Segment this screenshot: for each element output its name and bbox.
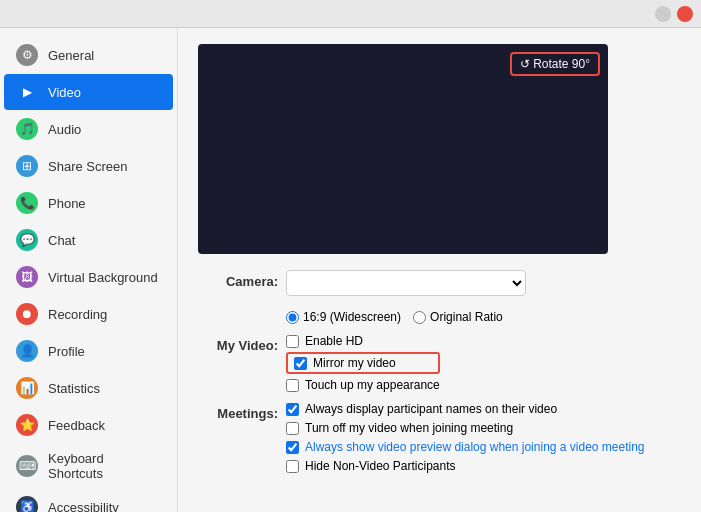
meeting-display-names[interactable]: Always display participant names on thei…: [286, 402, 645, 416]
sidebar-item-video[interactable]: ▶Video: [4, 74, 173, 110]
ratio-widescreen-radio[interactable]: [286, 311, 299, 324]
sidebar: ⚙General▶Video🎵Audio⊞Share Screen📞Phone💬…: [0, 28, 178, 512]
mirror-video-label: Mirror my video: [313, 356, 396, 370]
ratio-widescreen-label: 16:9 (Widescreen): [303, 310, 401, 324]
ratio-options: 16:9 (Widescreen) Original Ratio: [286, 310, 503, 324]
ratio-widescreen[interactable]: 16:9 (Widescreen): [286, 310, 401, 324]
sidebar-item-audio[interactable]: 🎵Audio: [4, 111, 173, 147]
ratio-original[interactable]: Original Ratio: [413, 310, 503, 324]
main-content: ⚙General▶Video🎵Audio⊞Share Screen📞Phone💬…: [0, 28, 701, 512]
window-controls: [655, 6, 693, 22]
sidebar-item-virtual-background[interactable]: 🖼Virtual Background: [4, 259, 173, 295]
sidebar-label-video: Video: [48, 85, 81, 100]
sidebar-label-general: General: [48, 48, 94, 63]
camera-select[interactable]: [286, 270, 526, 296]
ratio-original-label: Original Ratio: [430, 310, 503, 324]
recording-icon: ⏺: [16, 303, 38, 325]
ratio-original-radio[interactable]: [413, 311, 426, 324]
show-preview-checkbox[interactable]: [286, 441, 299, 454]
sidebar-item-phone[interactable]: 📞Phone: [4, 185, 173, 221]
show-preview-label: Always show video preview dialog when jo…: [305, 440, 645, 454]
share-icon: ⊞: [16, 155, 38, 177]
ratio-row: 16:9 (Widescreen) Original Ratio: [198, 306, 681, 324]
vbg-icon: 🖼: [16, 266, 38, 288]
gear-icon: ⚙: [16, 44, 38, 66]
sidebar-label-audio: Audio: [48, 122, 81, 137]
touch-up-label: Touch up my appearance: [305, 378, 440, 392]
profile-icon: 👤: [16, 340, 38, 362]
meeting-turn-off-video[interactable]: Turn off my video when joining meeting: [286, 421, 645, 435]
enable-hd-option[interactable]: Enable HD: [286, 334, 440, 348]
titlebar: [0, 0, 701, 28]
meetings-controls: Always display participant names on thei…: [286, 402, 645, 473]
sidebar-label-accessibility: Accessibility: [48, 500, 119, 513]
sidebar-label-profile: Profile: [48, 344, 85, 359]
video-preview: ↺ Rotate 90°: [198, 44, 608, 254]
display-names-label: Always display participant names on thei…: [305, 402, 557, 416]
enable-hd-checkbox[interactable]: [286, 335, 299, 348]
statistics-icon: 📊: [16, 377, 38, 399]
sidebar-item-statistics[interactable]: 📊Statistics: [4, 370, 173, 406]
sidebar-item-recording[interactable]: ⏺Recording: [4, 296, 173, 332]
meetings-label: Meetings:: [198, 402, 278, 421]
sidebar-label-share-screen: Share Screen: [48, 159, 128, 174]
close-button[interactable]: [677, 6, 693, 22]
my-video-label: My Video:: [198, 334, 278, 353]
sidebar-item-profile[interactable]: 👤Profile: [4, 333, 173, 369]
meeting-show-preview[interactable]: Always show video preview dialog when jo…: [286, 440, 645, 454]
display-names-checkbox[interactable]: [286, 403, 299, 416]
accessibility-icon: ♿: [16, 496, 38, 512]
sidebar-label-statistics: Statistics: [48, 381, 100, 396]
main-panel: ↺ Rotate 90° Camera:: [178, 28, 701, 512]
hide-non-video-label: Hide Non-Video Participants: [305, 459, 456, 473]
camera-controls: [286, 270, 526, 296]
settings-form: Camera: 16:9 (Widescreen): [198, 270, 681, 473]
ratio-label: [198, 306, 278, 310]
sidebar-label-keyboard-shortcuts: Keyboard Shortcuts: [48, 451, 161, 481]
turn-off-video-checkbox[interactable]: [286, 422, 299, 435]
keyboard-icon: ⌨: [16, 455, 38, 477]
sidebar-item-accessibility[interactable]: ♿Accessibility: [4, 489, 173, 512]
meeting-hide-non-video[interactable]: Hide Non-Video Participants: [286, 459, 645, 473]
video-icon: ▶: [16, 81, 38, 103]
turn-off-video-label: Turn off my video when joining meeting: [305, 421, 513, 435]
audio-icon: 🎵: [16, 118, 38, 140]
camera-label: Camera:: [198, 270, 278, 289]
sidebar-label-virtual-background: Virtual Background: [48, 270, 158, 285]
enable-hd-label: Enable HD: [305, 334, 363, 348]
mirror-video-option[interactable]: Mirror my video: [286, 352, 440, 374]
hide-non-video-checkbox[interactable]: [286, 460, 299, 473]
my-video-controls: Enable HD Mirror my video Touch up my ap…: [286, 334, 440, 392]
my-video-row: My Video: Enable HD Mirror my video T: [198, 334, 681, 392]
sidebar-label-phone: Phone: [48, 196, 86, 211]
touch-up-checkbox[interactable]: [286, 379, 299, 392]
minimize-button[interactable]: [655, 6, 671, 22]
touch-up-option[interactable]: Touch up my appearance: [286, 378, 440, 392]
sidebar-label-recording: Recording: [48, 307, 107, 322]
sidebar-label-chat: Chat: [48, 233, 75, 248]
sidebar-item-share-screen[interactable]: ⊞Share Screen: [4, 148, 173, 184]
feedback-icon: ⭐: [16, 414, 38, 436]
sidebar-item-keyboard-shortcuts[interactable]: ⌨Keyboard Shortcuts: [4, 444, 173, 488]
sidebar-item-general[interactable]: ⚙General: [4, 37, 173, 73]
meetings-row: Meetings: Always display participant nam…: [198, 402, 681, 473]
sidebar-item-chat[interactable]: 💬Chat: [4, 222, 173, 258]
phone-icon: 📞: [16, 192, 38, 214]
mirror-video-checkbox[interactable]: [294, 357, 307, 370]
sidebar-label-feedback: Feedback: [48, 418, 105, 433]
sidebar-item-feedback[interactable]: ⭐Feedback: [4, 407, 173, 443]
camera-row: Camera:: [198, 270, 681, 296]
rotate-button[interactable]: ↺ Rotate 90°: [510, 52, 600, 76]
chat-icon: 💬: [16, 229, 38, 251]
settings-window: ⚙General▶Video🎵Audio⊞Share Screen📞Phone💬…: [0, 0, 701, 512]
